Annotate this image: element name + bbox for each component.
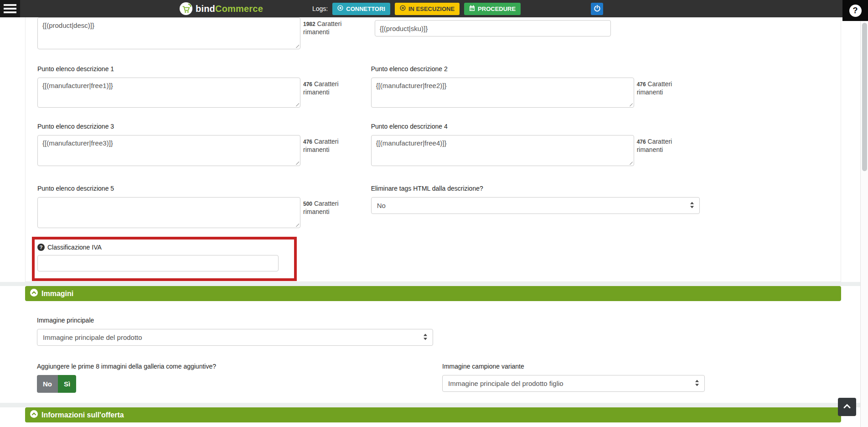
hamburger-menu-icon[interactable] <box>0 0 20 17</box>
description-form-section: {[(product|desc)]} 1982 Caratteri rimane… <box>25 17 841 282</box>
toggle-no-button[interactable]: No <box>37 375 58 393</box>
vat-classification-input[interactable] <box>37 255 279 271</box>
collapse-chevron-icon[interactable] <box>30 410 38 420</box>
bullet2-textarea[interactable]: {[(manufacturer|free2)]} <box>371 78 634 108</box>
images-section-header[interactable]: Immagini <box>25 286 841 301</box>
bullet2-label: Punto elenco descrizione 2 <box>371 65 829 73</box>
select-arrows-icon <box>695 380 699 387</box>
toggle-si-button[interactable]: Sì <box>58 375 76 393</box>
bullet3-textarea[interactable]: {[(manufacturer|free3)]} <box>37 135 300 166</box>
procedure-button[interactable]: PROCEDURE <box>464 3 521 15</box>
logs-label: Logs: <box>312 5 328 12</box>
variant-image-label: Immagine campione variante <box>442 363 716 370</box>
char-counter: 476 Caratteri rimanenti <box>303 80 357 96</box>
select-arrows-icon <box>423 333 428 341</box>
scroll-to-top-button[interactable] <box>838 398 856 416</box>
main-image-label: Immagine principale <box>37 317 829 324</box>
bullet4-textarea[interactable]: {[(manufacturer|free4)]} <box>371 135 634 166</box>
gallery-toggle-group: No Sì <box>37 375 76 393</box>
form-row: Punto elenco descrizione 5 500 Caratteri… <box>37 185 829 228</box>
variant-image-select[interactable]: Immagine principale del prodotto figlio <box>442 375 705 392</box>
vertical-scrollbar[interactable] <box>860 0 868 427</box>
char-counter: 476 Caratteri rimanenti <box>303 138 357 154</box>
help-circle-icon[interactable]: ? <box>37 244 45 251</box>
char-counter: 476 Caratteri rimanenti <box>637 138 691 154</box>
chevron-up-icon <box>843 403 851 411</box>
calendar-icon <box>469 5 475 12</box>
form-row: Punto elenco descrizione 3 {[(manufactur… <box>37 123 829 166</box>
bullet4-label: Punto elenco descrizione 4 <box>371 123 829 130</box>
brand-text: bindCommerce <box>196 4 263 14</box>
strip-html-select[interactable]: No <box>371 197 700 214</box>
power-icon <box>594 5 601 14</box>
product-desc-textarea[interactable]: {[(product|desc)]} <box>37 17 300 49</box>
section-title: Informazioni sull'offerta <box>41 411 124 419</box>
char-counter: 500 Caratteri rimanenti <box>303 200 357 216</box>
select-arrows-icon <box>690 202 694 209</box>
question-mark-icon: ? <box>849 5 862 17</box>
gallery-images-label: Aggiungere le prime 8 immagini della gal… <box>37 363 442 370</box>
section-divider <box>0 403 860 407</box>
in-esecuzione-button[interactable]: IN ESECUZIONE <box>395 3 460 15</box>
offer-section: Informazioni sull'offerta <box>25 407 841 427</box>
vat-label: ? Classificazione IVA <box>37 244 294 251</box>
char-counter: 1982 Caratteri rimanenti <box>303 20 357 36</box>
bullet1-textarea[interactable]: {[(manufacturer|free1)]} <box>37 78 300 108</box>
vat-highlight-box: ? Classificazione IVA <box>32 237 297 281</box>
main-image-select[interactable]: Immagine principale del prodotto <box>37 329 433 346</box>
bullet5-label: Punto elenco descrizione 5 <box>37 185 371 192</box>
bullet5-textarea[interactable] <box>37 197 300 228</box>
help-button[interactable]: ? <box>842 0 868 21</box>
bullet1-label: Punto elenco descrizione 1 <box>37 65 371 73</box>
product-sku-input[interactable] <box>375 20 611 36</box>
form-row: Punto elenco descrizione 1 {[(manufactur… <box>37 65 829 108</box>
arrow-circle-icon <box>400 5 406 12</box>
connettori-button[interactable]: CONNETTORI <box>332 3 390 15</box>
top-navbar: bindCommerce Logs: CONNETTORI IN ESECUZI… <box>0 0 868 17</box>
offer-section-header[interactable]: Informazioni sull'offerta <box>25 407 841 422</box>
strip-html-label: Eliminare tags HTML dalla descrizione? <box>371 185 829 192</box>
collapse-chevron-icon[interactable] <box>30 289 38 298</box>
power-logout-button[interactable] <box>591 3 603 15</box>
scrollbar-thumb[interactable] <box>862 23 867 171</box>
char-counter: 476 Caratteri rimanenti <box>637 80 691 96</box>
brand-logo[interactable]: bindCommerce <box>179 0 263 17</box>
arrow-circle-icon <box>337 5 343 12</box>
form-row: {[(product|desc)]} 1982 Caratteri rimane… <box>37 17 829 49</box>
cart-logo-icon <box>179 2 193 16</box>
bullet3-label: Punto elenco descrizione 3 <box>37 123 371 130</box>
images-section: Immagini Immagine principale Immagine pr… <box>25 286 841 403</box>
section-divider <box>0 282 860 286</box>
section-title: Immagini <box>41 290 73 298</box>
logs-toolbar: Logs: CONNETTORI IN ESECUZIONE <box>312 0 521 17</box>
